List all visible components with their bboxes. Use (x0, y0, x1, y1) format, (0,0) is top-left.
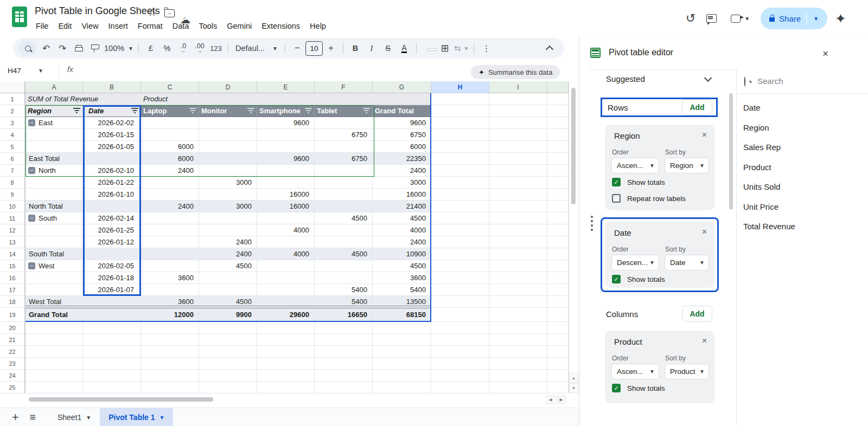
pivot-value-cell[interactable] (315, 236, 373, 248)
pivot-value-cell[interactable]: 3000 (199, 201, 257, 212)
menu-item-insert[interactable]: Insert (104, 21, 133, 31)
empty-cell[interactable] (315, 370, 373, 382)
empty-cell[interactable] (489, 346, 547, 358)
pivot-value-cell[interactable]: 16000 (257, 189, 315, 201)
sortby-select[interactable]: Region▼ (665, 158, 709, 173)
empty-cell[interactable] (83, 382, 141, 393)
pivot-value-cell[interactable] (257, 284, 315, 296)
column-header-F[interactable]: F (315, 81, 373, 93)
empty-cell[interactable] (489, 189, 547, 201)
empty-cell[interactable] (489, 105, 547, 117)
undo-button[interactable]: ↶ (39, 41, 53, 56)
empty-cell[interactable] (489, 248, 547, 260)
pivot-header-smartphone[interactable]: Smartphone (257, 105, 315, 117)
show-totals-checkbox[interactable]: ✓ (612, 384, 621, 392)
pivot-value-cell[interactable]: 21400 (373, 201, 431, 212)
empty-cell[interactable] (547, 165, 569, 177)
pivot-header-date[interactable]: Date (83, 105, 141, 117)
pivot-value-cell[interactable] (141, 284, 199, 296)
menu-item-format[interactable]: Format (133, 21, 168, 31)
pivot-title-cell[interactable]: SUM of Total Revenue (25, 93, 141, 105)
empty-cell[interactable] (257, 358, 315, 370)
remove-card-icon[interactable]: × (702, 130, 707, 140)
print-button[interactable] (72, 41, 86, 56)
menu-item-file[interactable]: File (31, 21, 53, 31)
empty-cell[interactable] (489, 358, 547, 370)
empty-cell[interactable] (431, 93, 489, 105)
pivot-date-cell[interactable]: 2026-02-14 (83, 212, 141, 224)
empty-cell[interactable] (547, 117, 569, 129)
pivot-value-cell[interactable]: 68150 (373, 308, 431, 322)
empty-cell[interactable] (199, 346, 257, 358)
empty-cell[interactable] (257, 346, 315, 358)
empty-cell[interactable] (489, 308, 547, 322)
currency-format-button[interactable]: £ (144, 41, 158, 56)
pivot-date-cell[interactable]: 2026-01-18 (83, 272, 141, 284)
empty-cell[interactable] (547, 248, 569, 260)
row-number-13[interactable]: 13 (0, 236, 25, 248)
column-header-H[interactable]: H (431, 81, 489, 93)
menu-item-data[interactable]: Data (168, 21, 194, 31)
pivot-value-cell[interactable]: 9600 (257, 117, 315, 129)
repeat-row-labels-row[interactable]: Repeat row labels (612, 194, 686, 203)
pivot-value-cell[interactable] (257, 212, 315, 224)
empty-cell[interactable] (547, 212, 569, 224)
empty-cell[interactable] (489, 284, 547, 296)
sheet-tab-pivot-table-1[interactable]: Pivot Table 1▼ (100, 408, 173, 426)
row-number-24[interactable]: 24 (0, 370, 25, 382)
pivot-row-label[interactable]: −West (25, 260, 83, 272)
pivot-date-cell[interactable]: 2026-02-02 (83, 117, 141, 129)
pivot-value-cell[interactable]: 13500 (373, 296, 431, 308)
show-totals-row[interactable]: ✓Show totals (612, 384, 665, 392)
empty-cell[interactable] (431, 296, 489, 308)
empty-cell[interactable] (83, 322, 141, 334)
order-select[interactable]: Descen...▼ (611, 255, 659, 270)
empty-cell[interactable] (547, 346, 569, 358)
cell[interactable] (257, 93, 315, 105)
grid-corner[interactable] (0, 81, 25, 93)
row-number-12[interactable]: 12 (0, 224, 25, 236)
pivot-value-cell[interactable]: 5400 (315, 296, 373, 308)
row-number-25[interactable]: 25 (0, 382, 25, 393)
empty-cell[interactable] (431, 334, 489, 346)
menu-item-view[interactable]: View (76, 21, 103, 31)
pivot-value-cell[interactable] (257, 177, 315, 189)
sheets-logo-icon[interactable] (12, 7, 27, 27)
merge-cells-button[interactable]: ⇆▼ (454, 41, 469, 56)
pivot-value-cell[interactable] (141, 177, 199, 189)
pivot-value-cell[interactable] (141, 224, 199, 236)
empty-cell[interactable] (547, 201, 569, 212)
pivot-header-laptop[interactable]: Laptop (141, 105, 199, 117)
empty-cell[interactable] (547, 129, 569, 141)
menu-item-help[interactable]: Help (305, 21, 331, 31)
empty-cell[interactable] (489, 117, 547, 129)
empty-cell[interactable] (257, 322, 315, 334)
menu-item-gemini[interactable]: Gemini (222, 21, 257, 31)
row-number-3[interactable]: 3 (0, 117, 25, 129)
pivot-date-cell[interactable] (83, 201, 141, 212)
pivot-value-cell[interactable]: 6750 (315, 153, 373, 165)
empty-cell[interactable] (547, 370, 569, 382)
empty-cell[interactable] (547, 296, 569, 308)
pivot-date-cell[interactable]: 2026-02-10 (83, 165, 141, 177)
pivot-value-cell[interactable]: 3000 (199, 177, 257, 189)
pivot-value-cell[interactable]: 3600 (373, 272, 431, 284)
columns-add-button[interactable]: Add (682, 306, 712, 322)
star-icon[interactable]: ☆ (148, 7, 157, 19)
spreadsheet-grid[interactable]: ABCDEFGHI 123456789101112131415161718192… (0, 81, 569, 393)
pivot-date-cell[interactable] (83, 153, 141, 165)
pivot-value-cell[interactable] (315, 141, 373, 153)
row-number-8[interactable]: 8 (0, 177, 25, 189)
column-header-E[interactable]: E (257, 81, 315, 93)
empty-cell[interactable] (431, 177, 489, 189)
pivot-row-label[interactable]: −East (25, 117, 83, 129)
empty-cell[interactable] (431, 370, 489, 382)
empty-cell[interactable] (431, 308, 489, 322)
pivot-value-cell[interactable] (315, 165, 373, 177)
empty-cell[interactable] (199, 322, 257, 334)
empty-cell[interactable] (489, 334, 547, 346)
percent-format-button[interactable]: % (160, 41, 174, 56)
pivot-date-cell[interactable] (83, 296, 141, 308)
sheet-tab-sheet1[interactable]: Sheet1▼ (49, 408, 100, 426)
empty-cell[interactable] (431, 236, 489, 248)
